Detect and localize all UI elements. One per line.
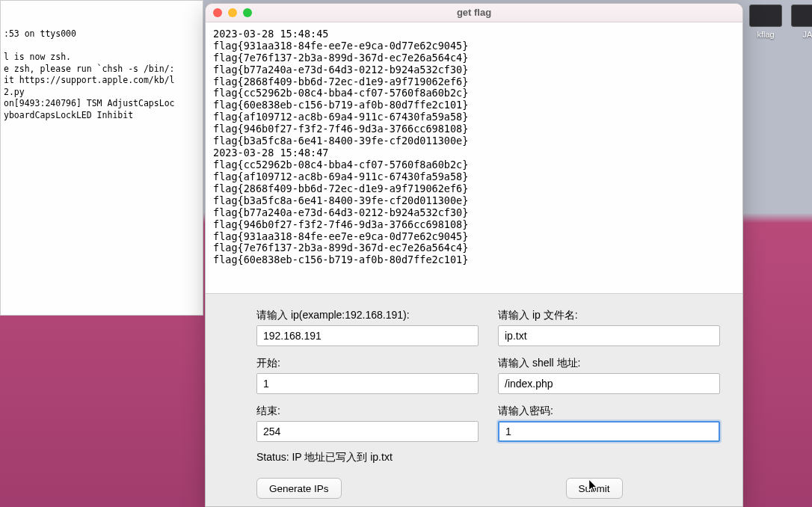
background-terminal-window: :53 on ttys000 l is now zsh. e zsh, plea… bbox=[0, 0, 203, 316]
window-title: get flag bbox=[206, 7, 742, 18]
output-textarea[interactable]: 2023-03-28 15:48:45 flag{931aa318-84fe-e… bbox=[206, 22, 742, 294]
password-input[interactable] bbox=[498, 421, 720, 442]
end-input[interactable] bbox=[256, 421, 479, 442]
ip-input[interactable] bbox=[256, 325, 479, 346]
desktop-icon-label: JA bbox=[803, 30, 812, 39]
getflag-window: get flag 2023-03-28 15:48:45 flag{931aa3… bbox=[205, 3, 743, 507]
form-right-column: 请输入 ip 文件名: 请输入 shell 地址: 请输入密码: bbox=[498, 306, 720, 464]
close-button[interactable] bbox=[213, 8, 222, 17]
zoom-button[interactable] bbox=[243, 8, 252, 17]
ip-label: 请输入 ip(example:192.168.191): bbox=[256, 309, 479, 322]
window-titlebar[interactable]: get flag bbox=[206, 4, 742, 22]
shell-input[interactable] bbox=[498, 373, 720, 394]
background-terminal-text: :53 on ttys000 l is now zsh. e zsh, plea… bbox=[4, 28, 200, 121]
form-left-column: 请输入 ip(example:192.168.191): 开始: 结束: Sta… bbox=[256, 306, 479, 464]
desktop-icons-area: kflag JA bbox=[745, 0, 812, 75]
password-label: 请输入密码: bbox=[498, 405, 720, 418]
status-text: Status: IP 地址已写入到 ip.txt bbox=[256, 451, 479, 464]
file-thumbnail-icon bbox=[749, 4, 782, 27]
traffic-lights bbox=[213, 8, 252, 17]
ipfile-label: 请输入 ip 文件名: bbox=[498, 309, 720, 322]
desktop-icon-kflag[interactable]: kflag bbox=[749, 4, 782, 70]
desktop-icon-ja[interactable]: JA bbox=[791, 4, 812, 70]
end-label: 结束: bbox=[256, 405, 479, 418]
desktop-icon-label: kflag bbox=[757, 30, 774, 39]
form-area: 请输入 ip(example:192.168.191): 开始: 结束: Sta… bbox=[206, 294, 742, 506]
start-input[interactable] bbox=[256, 373, 479, 394]
ipfile-input[interactable] bbox=[498, 325, 720, 346]
submit-button[interactable]: Submit bbox=[566, 478, 623, 499]
minimize-button[interactable] bbox=[228, 8, 237, 17]
file-thumbnail-icon bbox=[791, 4, 812, 27]
generate-ips-button[interactable]: Generate IPs bbox=[256, 478, 342, 499]
start-label: 开始: bbox=[256, 357, 479, 370]
shell-label: 请输入 shell 地址: bbox=[498, 357, 720, 370]
